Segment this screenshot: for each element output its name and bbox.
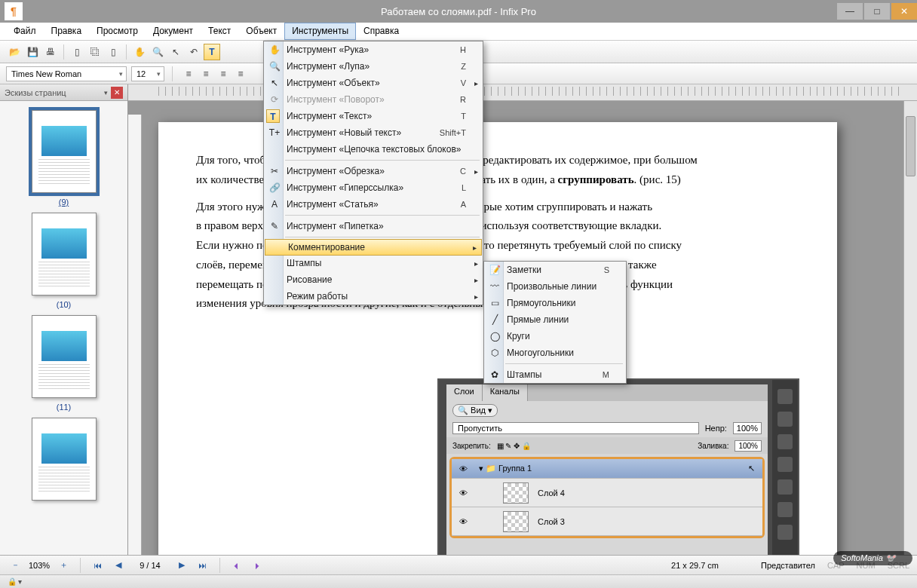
align-justify-icon[interactable]: ≡ [232,66,249,82]
align-left-icon[interactable]: ≡ [180,66,197,82]
menu-item[interactable]: Режим работы▸ [264,288,483,305]
first-page-icon[interactable]: ⏮ [90,559,105,572]
menu-текст[interactable]: Текст [201,23,238,40]
page-icon[interactable]: ▯ [69,44,85,60]
opacity-value: 100% [733,422,762,434]
open-icon[interactable]: 📂 [6,44,23,60]
hand-tool-icon[interactable]: ✋ [131,44,148,60]
body-text: . (рис. 15) [634,173,681,185]
side-icon [777,479,793,495]
view-button: 🔍 Вид ▾ [452,404,498,417]
lock-label: Закрепить: [452,442,491,450]
menu-item[interactable]: AИнструмент «Статья»A [264,196,483,213]
print-icon[interactable]: 🖶 [42,44,59,60]
thumbs-close-icon[interactable]: ✕ [111,87,123,99]
menu-item[interactable]: 🔗Инструмент «Гиперссылка»L [264,179,483,196]
side-icon [777,389,793,404]
side-icon [777,412,793,427]
menu-справка[interactable]: Справка [356,23,406,40]
menu-item[interactable]: ✋Инструмент «Рука»H [264,41,483,58]
menu-документ[interactable]: Документ [146,23,201,40]
submenu-item[interactable]: ╱Прямые линии [484,311,626,328]
text-tool-icon[interactable]: T [204,44,220,60]
doc-icon[interactable]: ▯ [105,44,121,60]
nav-back-icon[interactable]: ⏴ [229,559,244,572]
statusbar: － 103% ＋ ⏮ ◀ 9 / 14 ▶ ⏭ ⏴ ⏵ 21 x 29.7 cm… [0,555,917,574]
zoom-value: 103% [29,561,50,570]
layer-row: 👁Слой 3 [452,507,762,536]
horizontal-ruler [128,84,917,101]
align-right-icon[interactable]: ≡ [215,66,232,82]
menu-инструменты[interactable]: Инструменты [284,23,356,40]
submenu-item[interactable]: ▭Прямоугольники [484,295,626,311]
vertical-scrollbar[interactable] [903,101,917,555]
menu-item[interactable]: Рисование▸ [264,271,483,288]
menu-item[interactable]: Комментирование▸ [265,239,482,256]
tools-menu-dropdown: ✋Инструмент «Рука»H🔍Инструмент «Лупа»Z↖И… [263,41,483,305]
pointer-tool-icon[interactable]: ↖ [167,44,184,60]
page-thumbnail[interactable]: (11) [32,315,97,412]
fill-value: 100% [735,440,762,452]
menu-item[interactable]: TИнструмент «Текст»T [264,108,483,124]
body-text-bold: сгруппировать [558,173,634,185]
side-icon [777,502,793,517]
embedded-screenshot: Слои Каналы 🔍 Вид ▾ Пропустить Непр: 100… [437,378,799,555]
last-page-icon[interactable]: ⏭ [195,559,210,572]
channels-tab: Каналы [483,384,528,401]
next-page-icon[interactable]: ▶ [174,559,189,572]
zoom-tool-icon[interactable]: 🔍 [149,44,166,60]
submenu-item[interactable]: ◯Круги [484,328,626,345]
layer-row: 👁Слой 4 [452,479,762,507]
page-thumbnail[interactable] [32,418,97,505]
lock-icon: 🔒 [8,577,17,586]
font-size-combo[interactable]: 12 [131,66,164,81]
font-name-value: Times New Roman [11,69,81,78]
zoom-out-icon[interactable]: － [8,559,23,572]
commenting-submenu: 📝ЗаметкиS〰Произвольные линии▭Прямоугольн… [483,261,627,384]
submenu-item[interactable]: 〰Произвольные линии [484,278,626,295]
menu-просмотр[interactable]: Просмотр [89,23,146,40]
menu-item[interactable]: ✂Инструмент «Обрезка»C▸ [264,163,483,179]
save-icon[interactable]: 💾 [24,44,41,60]
blend-mode: Пропустить [452,422,699,434]
menu-правка[interactable]: Правка [44,23,90,40]
page-indicator: 9 / 14 [132,561,168,570]
page-thumbnail[interactable]: (9) [32,110,97,207]
submenu-item[interactable]: ⬡Многоугольники [484,345,626,361]
font-name-combo[interactable]: Times New Roman [6,66,127,81]
layers-tab: Слои [446,384,483,401]
menu-item[interactable]: Штампы▸ [264,255,483,271]
fill-label: Заливка: [698,442,728,450]
copy-icon[interactable]: ⿻ [87,44,103,60]
status-pred: Представител [761,561,815,570]
menubar: ФайлПравкаПросмотрДокументТекстОбъектИнс… [0,23,917,41]
menu-файл[interactable]: Файл [6,23,44,40]
opacity-label: Непр: [705,424,727,433]
align-center-icon[interactable]: ≡ [198,66,214,82]
nav-fwd-icon[interactable]: ⏵ [250,559,265,572]
status-grip: 🔒▾ [0,574,917,588]
submenu-item[interactable]: 📝ЗаметкиS [484,262,626,278]
menu-объект[interactable]: Объект [238,23,284,40]
thumbs-dropdown-icon[interactable]: ▾ [104,89,108,96]
prev-page-icon[interactable]: ◀ [111,559,126,572]
menu-item[interactable]: ⟳Инструмент «Поворот»R [264,91,483,108]
side-icon [777,434,793,449]
layer-group-row: 👁▾ 📁 Группа 1↖ [452,459,762,479]
submenu-item[interactable]: ✿ШтампыM [484,366,626,383]
menu-item[interactable]: 🔍Инструмент «Лупа»Z [264,58,483,75]
watermark: SoftoMania 🐭 [833,551,912,565]
page-dimensions: 21 x 29.7 cm [671,561,719,570]
vertical-ruler [128,115,142,555]
page-thumbnail[interactable]: (10) [32,213,97,309]
menu-item[interactable]: Инструмент «Цепочка текстовых блоков» [264,141,483,158]
undo-icon[interactable]: ↶ [186,44,202,60]
window-title: Работаем со слоями.pdf - Infix Pro [0,6,917,17]
menu-item[interactable]: T+Инструмент «Новый текст»Shift+T [264,124,483,141]
side-icon [777,525,793,540]
menu-item[interactable]: ✎Инструмент «Пипетка» [264,218,483,234]
zoom-in-icon[interactable]: ＋ [56,559,71,572]
menu-item[interactable]: ↖Инструмент «Объект»V▸ [264,75,483,91]
side-icon [777,457,793,472]
font-size-value: 12 [136,69,146,78]
